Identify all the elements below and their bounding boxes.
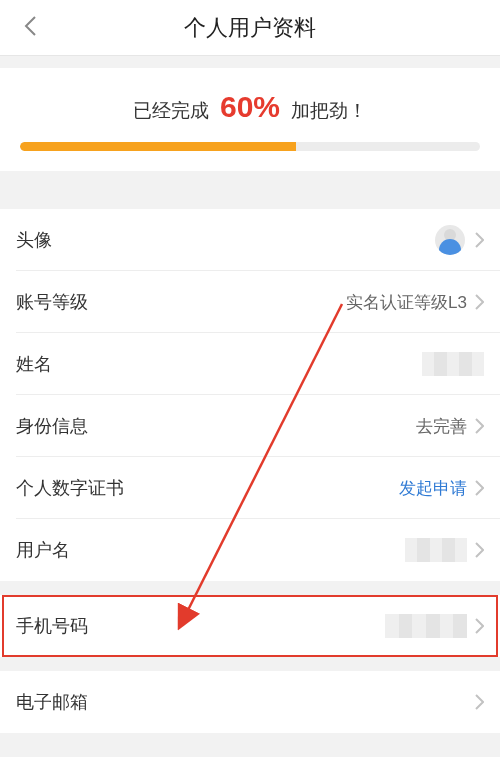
row-value (405, 538, 484, 562)
chevron-right-icon (475, 694, 484, 710)
chevron-right-icon (475, 480, 484, 496)
row-value (385, 614, 484, 638)
row-value (467, 694, 484, 710)
row-phone[interactable]: 手机号码 (0, 595, 500, 657)
highlight-phone: 手机号码 (0, 595, 500, 657)
row-value: 实名认证等级L3 (346, 291, 484, 314)
chevron-left-icon (23, 15, 37, 42)
progress-section: 已经完成 60% 加把劲！ (0, 68, 500, 171)
row-value: 发起申请 (399, 477, 484, 500)
redacted-value (405, 538, 467, 562)
row-avatar[interactable]: 头像 (0, 209, 500, 271)
progress-text: 已经完成 60% 加把劲！ (20, 90, 480, 124)
chevron-right-icon (475, 294, 484, 310)
progress-fill (20, 142, 296, 151)
row-name[interactable]: 姓名 (0, 333, 500, 395)
progress-bar (20, 142, 480, 151)
row-label: 电子邮箱 (16, 690, 88, 714)
row-email[interactable]: 电子邮箱 (0, 671, 500, 733)
row-label: 头像 (16, 228, 52, 252)
progress-prefix: 已经完成 (133, 100, 209, 121)
row-value: 去完善 (416, 415, 484, 438)
row-username[interactable]: 用户名 (0, 519, 500, 581)
page-title: 个人用户资料 (0, 13, 500, 43)
redacted-value (385, 614, 467, 638)
progress-suffix: 加把劲！ (291, 100, 367, 121)
chevron-right-icon (475, 618, 484, 634)
row-label: 账号等级 (16, 290, 88, 314)
row-identity[interactable]: 身份信息 去完善 (0, 395, 500, 457)
row-label: 手机号码 (16, 614, 88, 638)
row-value (422, 352, 484, 376)
row-cert[interactable]: 个人数字证书 发起申请 (0, 457, 500, 519)
chevron-right-icon (475, 418, 484, 434)
chevron-right-icon (475, 542, 484, 558)
row-label: 用户名 (16, 538, 70, 562)
row-label: 个人数字证书 (16, 476, 124, 500)
profile-list: 头像 账号等级 实名认证等级L3 姓名 身份信息 去完善 个人数字证书 发起申请 (0, 209, 500, 733)
progress-percent: 60% (220, 90, 280, 123)
avatar-icon (435, 225, 465, 255)
section-gap (0, 581, 500, 595)
chevron-right-icon (475, 232, 484, 248)
back-button[interactable] (10, 0, 50, 56)
row-label: 身份信息 (16, 414, 88, 438)
header: 个人用户资料 (0, 0, 500, 56)
row-account-level[interactable]: 账号等级 实名认证等级L3 (0, 271, 500, 333)
redacted-value (422, 352, 484, 376)
section-gap (0, 657, 500, 671)
row-value (435, 225, 484, 255)
row-label: 姓名 (16, 352, 52, 376)
